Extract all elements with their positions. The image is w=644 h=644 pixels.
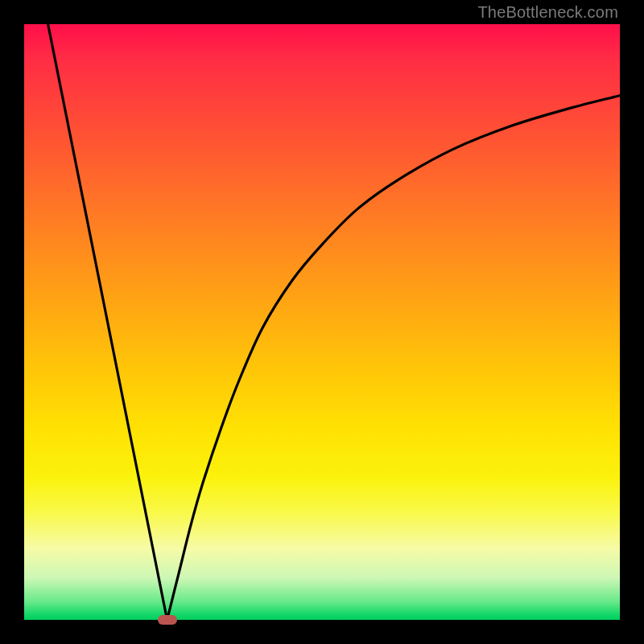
chart-frame: TheBottleneck.com: [0, 0, 644, 644]
curve-right-branch: [167, 96, 620, 620]
watermark-text: TheBottleneck.com: [477, 3, 618, 22]
optimal-point-marker: [158, 615, 177, 625]
curve-left-branch: [48, 24, 167, 620]
plot-area: [24, 24, 620, 620]
curve-svg: [24, 24, 620, 620]
